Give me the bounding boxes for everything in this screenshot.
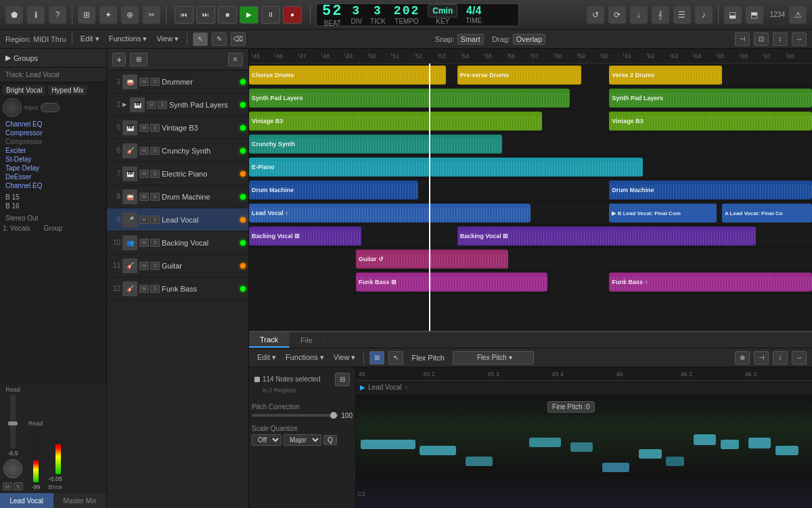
help-icon[interactable]: ? bbox=[49, 6, 66, 24]
clip-epiano[interactable]: E-Piano bbox=[249, 158, 643, 177]
clip-chorus-drums[interactable]: Chorus Drums bbox=[249, 66, 446, 85]
clip-synth-pad2[interactable]: Synth Pad Layers bbox=[609, 89, 812, 108]
pitch-blob-9[interactable] bbox=[694, 434, 717, 445]
pitch-blob-12[interactable] bbox=[775, 446, 798, 455]
pitch-blob-10[interactable] bbox=[721, 440, 739, 449]
pitch-blob-11[interactable] bbox=[748, 438, 771, 448]
mute-backing[interactable]: M bbox=[139, 239, 149, 247]
pan-knob[interactable] bbox=[3, 459, 22, 478]
clip-vintage1[interactable]: Vintage B3 bbox=[249, 112, 542, 131]
clip-crunchy[interactable]: Crunchy Synth bbox=[249, 135, 502, 154]
edit-menu-button[interactable]: Edit ▾ bbox=[78, 33, 102, 45]
main-fader[interactable] bbox=[10, 394, 16, 448]
clip-drum-machine1[interactable]: Drum Machine bbox=[249, 181, 418, 200]
quantize-button[interactable]: Q bbox=[323, 435, 337, 445]
groups-header[interactable]: ▶ Groups bbox=[0, 49, 106, 68]
bottom-edit-button[interactable]: Edit ▾ bbox=[254, 352, 279, 363]
lead-vocal-tab[interactable]: Lead Vocal bbox=[0, 493, 53, 508]
drag-value[interactable]: Overlap bbox=[513, 34, 546, 45]
master-mix-tab[interactable]: Master Mix bbox=[53, 493, 107, 508]
mute-btn[interactable]: M bbox=[3, 482, 12, 490]
view-menu-button[interactable]: View ▾ bbox=[154, 33, 181, 45]
bottom-tool-link[interactable]: ⊞ bbox=[369, 351, 384, 365]
solo-btn[interactable]: S bbox=[14, 482, 23, 490]
bottom-functions-button[interactable]: Functions ▾ bbox=[283, 352, 327, 363]
pitch-blob-5[interactable] bbox=[570, 442, 593, 452]
pitch-blob-6[interactable] bbox=[602, 463, 629, 472]
bottom-zoom-h-btn[interactable]: ↔ bbox=[792, 351, 807, 365]
functions-menu-button[interactable]: Functions ▾ bbox=[106, 33, 150, 45]
scale-off-select[interactable]: Off bbox=[252, 434, 281, 446]
solo-backing[interactable]: S bbox=[150, 239, 160, 247]
clip-vintage2[interactable]: Vintage B3 bbox=[609, 112, 812, 131]
solo-synth[interactable]: S bbox=[158, 101, 167, 109]
right-panel-icon[interactable]: ⬒ bbox=[746, 6, 763, 24]
mute-bass[interactable]: M bbox=[139, 285, 149, 293]
app-logo-icon[interactable]: ⬟ bbox=[5, 6, 23, 24]
bottom-tool-pointer[interactable]: ↖ bbox=[388, 351, 403, 365]
solo-drum[interactable]: S bbox=[150, 193, 160, 201]
mute-vintage[interactable]: M bbox=[139, 124, 149, 132]
stop-button[interactable]: ■ bbox=[218, 6, 237, 24]
clip-backing1[interactable]: Backing Vocal ⊞ bbox=[249, 227, 361, 246]
clip-lead-vocal1[interactable]: Lead Vocal ○ bbox=[249, 204, 531, 223]
info-icon[interactable]: ℹ bbox=[27, 6, 45, 24]
mute-guitar[interactable]: M bbox=[139, 262, 149, 270]
plugin-compressor2[interactable]: Compressor bbox=[3, 137, 104, 146]
bottom-zoom-btn[interactable]: ⊕ bbox=[735, 351, 750, 365]
plugin-compressor[interactable]: Compressor bbox=[3, 129, 104, 137]
file-tab[interactable]: File bbox=[290, 332, 324, 348]
editors-icon[interactable]: ☰ bbox=[673, 6, 691, 24]
plugin-channel-eq[interactable]: Channel EQ bbox=[3, 120, 104, 129]
left-panel-icon[interactable]: ⬓ bbox=[724, 6, 742, 24]
edit-mode-icon[interactable]: ✦ bbox=[99, 6, 117, 24]
add-tracks-icon[interactable]: ⊕ bbox=[121, 6, 139, 24]
pitch-slider[interactable] bbox=[252, 414, 338, 417]
clip-preverse-drums[interactable]: Pre-verse Drums bbox=[457, 66, 581, 85]
undo-history-icon[interactable]: ⟳ bbox=[608, 6, 626, 24]
mute-drummer[interactable]: M bbox=[139, 78, 149, 86]
pencil-tool[interactable]: ✎ bbox=[212, 32, 227, 46]
record-button[interactable]: ● bbox=[283, 6, 302, 24]
input-knob[interactable] bbox=[3, 98, 22, 117]
clip-lead-vocal2[interactable]: ▶ B Lead Vocal: Final Com bbox=[609, 204, 716, 223]
bottom-zoom-v-btn[interactable]: ↕ bbox=[773, 351, 788, 365]
zoom-tool[interactable]: ⊡ bbox=[754, 32, 769, 46]
scissors-icon[interactable]: ✂ bbox=[143, 6, 160, 24]
mute-synth[interactable]: M bbox=[147, 101, 156, 109]
input-toggle[interactable] bbox=[41, 103, 60, 112]
bottom-align-btn[interactable]: ⊣ bbox=[754, 351, 769, 365]
smart-controls-icon[interactable]: ↓ bbox=[630, 6, 648, 24]
solo-vintage[interactable]: S bbox=[150, 124, 160, 132]
plugin-channel-eq2[interactable]: Channel EQ bbox=[3, 181, 104, 190]
plugin-deesser[interactable]: DeEsser bbox=[3, 172, 104, 181]
mixer-icon[interactable]: 𝄞 bbox=[652, 6, 669, 24]
eraser-tool[interactable]: ⌫ bbox=[231, 32, 246, 46]
mute-drum[interactable]: M bbox=[139, 193, 149, 201]
pause-button[interactable]: ⏸ bbox=[261, 6, 280, 24]
bottom-view-button[interactable]: View ▾ bbox=[331, 352, 359, 363]
pointer-tool[interactable]: ↖ bbox=[193, 32, 208, 46]
align-left-tool[interactable]: ⊣ bbox=[735, 32, 750, 46]
plugin-tape-delay[interactable]: Tape Delay bbox=[3, 164, 104, 172]
flex-pitch-select[interactable]: Flex Pitch ▾ bbox=[453, 351, 534, 365]
clip-funk-bass1[interactable]: Funk Bass ⊞ bbox=[356, 273, 547, 292]
zoom-v-tool[interactable]: ↕ bbox=[773, 32, 788, 46]
scale-major-select[interactable]: Major bbox=[284, 434, 321, 446]
rewind-button[interactable]: ⏮ bbox=[175, 6, 194, 24]
zoom-h-tool[interactable]: ↔ bbox=[792, 32, 807, 46]
cpu-icon[interactable]: ⊞ bbox=[78, 6, 95, 24]
play-button[interactable]: ▶ bbox=[240, 6, 258, 24]
warning-icon[interactable]: ⚠ bbox=[789, 6, 807, 24]
clips-area[interactable]: Chorus Drums Pre-verse Drums Verse 2 Dru… bbox=[249, 64, 812, 331]
clip-synth-pad1[interactable]: Synth Pad Layers bbox=[249, 89, 570, 108]
cycle-icon[interactable]: ↺ bbox=[587, 6, 604, 24]
plugin-exciter[interactable]: Exciter bbox=[3, 146, 104, 155]
pitch-blob-2[interactable] bbox=[420, 446, 456, 455]
mute-epiano[interactable]: M bbox=[139, 170, 149, 178]
preset2-button[interactable]: Hyped Mix bbox=[48, 85, 87, 95]
track-view-button[interactable]: ≡ bbox=[228, 53, 243, 66]
notes-icon[interactable]: ♪ bbox=[695, 6, 713, 24]
solo-lead[interactable]: S bbox=[150, 216, 160, 224]
solo-drummer[interactable]: S bbox=[150, 78, 160, 86]
